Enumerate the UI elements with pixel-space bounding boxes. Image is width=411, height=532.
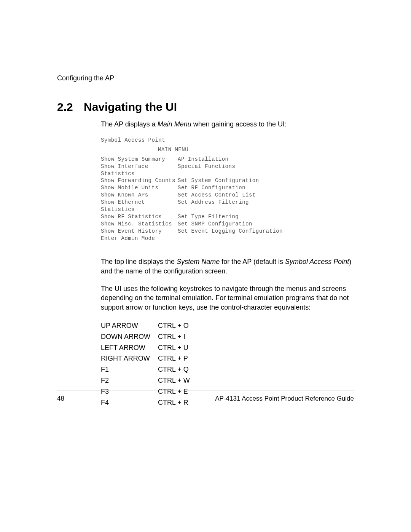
body: The AP displays a Main Menu when gaining… bbox=[101, 120, 354, 408]
key-row: F2CTRL + W bbox=[101, 375, 354, 386]
terminal-cell-left: Show Misc. Statistics bbox=[101, 220, 178, 228]
terminal-row: Show Mobile UnitsSet RF Configuration bbox=[101, 184, 354, 192]
p1d: Symbol Access Point bbox=[285, 258, 349, 265]
key-equiv: CTRL + W bbox=[158, 375, 190, 386]
page-number: 48 bbox=[57, 395, 64, 403]
key-name: F2 bbox=[101, 375, 158, 386]
terminal-system-name: Symbol Access Point bbox=[101, 137, 354, 144]
terminal-cell-right: Set Event Logging Configuration bbox=[178, 228, 283, 235]
terminal-cell-left: Enter Admin Mode bbox=[101, 235, 178, 242]
terminal-cell-left: Show Event History bbox=[101, 228, 178, 235]
terminal-row: Enter Admin Mode bbox=[101, 235, 354, 242]
terminal-cell-left: Show Ethernet Statistics bbox=[101, 199, 178, 213]
intro-main-menu: Main Menu bbox=[158, 120, 191, 128]
key-row: UP ARROWCTRL + O bbox=[101, 320, 354, 331]
p1b: System Name bbox=[177, 258, 220, 265]
key-name: RIGHT ARROW bbox=[101, 353, 158, 364]
intro-paragraph: The AP displays a Main Menu when gaining… bbox=[101, 120, 354, 128]
terminal-cell-right: Set RF Configuration bbox=[178, 184, 245, 192]
key-row: LEFT ARROWCTRL + U bbox=[101, 342, 354, 353]
key-name: DOWN ARROW bbox=[101, 331, 158, 342]
key-row: DOWN ARROWCTRL + I bbox=[101, 331, 354, 342]
footer-rule bbox=[57, 390, 354, 390]
terminal-cell-right: Special Functions bbox=[178, 163, 235, 177]
terminal-cell-left: Show RF Statistics bbox=[101, 213, 178, 220]
section-number: 2.2 bbox=[57, 101, 84, 113]
intro-text-pre: The AP displays a bbox=[101, 120, 158, 128]
key-row: RIGHT ARROWCTRL + P bbox=[101, 353, 354, 364]
section-heading: 2.2 Navigating the UI bbox=[57, 101, 354, 113]
terminal-row: Show Interface StatisticsSpecial Functio… bbox=[101, 163, 354, 177]
key-name: LEFT ARROW bbox=[101, 342, 158, 353]
terminal-rows: Show System SummaryAP InstallationShow I… bbox=[101, 156, 354, 242]
paragraph-keystrokes: The UI uses the following keystrokes to … bbox=[101, 284, 354, 312]
paragraph-system-name: The top line displays the System Name fo… bbox=[101, 257, 354, 276]
terminal-cell-left: Show Known APs bbox=[101, 192, 178, 199]
page: Configuring the AP 2.2 Navigating the UI… bbox=[0, 0, 411, 408]
terminal-row: Show System SummaryAP Installation bbox=[101, 156, 354, 163]
terminal-cell-left: Show Interface Statistics bbox=[101, 163, 178, 177]
p1a: The top line displays the bbox=[101, 258, 177, 265]
terminal-cell-left: Show System Summary bbox=[101, 156, 178, 163]
terminal-cell-right: Set SNMP Configuration bbox=[178, 220, 252, 228]
key-equiv: CTRL + I bbox=[158, 331, 185, 342]
terminal-row: Show Ethernet StatisticsSet Address Filt… bbox=[101, 199, 354, 213]
terminal-row: Show RF StatisticsSet Type Filtering bbox=[101, 213, 354, 220]
running-header: Configuring the AP bbox=[57, 74, 354, 82]
terminal-cell-left: Show Mobile Units bbox=[101, 184, 178, 192]
section-title-text: Navigating the UI bbox=[84, 101, 177, 113]
p1c: for the AP (default is bbox=[220, 258, 285, 265]
terminal-row: Show Misc. StatisticsSet SNMP Configurat… bbox=[101, 220, 354, 228]
terminal-row: Show Forwarding CountsSet System Configu… bbox=[101, 177, 354, 184]
key-name: UP ARROW bbox=[101, 320, 158, 331]
key-equiv: CTRL + P bbox=[158, 353, 188, 364]
terminal-cell-right: Set Access Control List bbox=[178, 192, 256, 199]
footer-doc-title: AP-4131 Access Point Product Reference G… bbox=[215, 395, 354, 403]
intro-text-post: when gaining access to the UI: bbox=[191, 120, 287, 128]
page-footer: 48 AP-4131 Access Point Product Referenc… bbox=[57, 395, 354, 403]
terminal-cell-right: AP Installation bbox=[178, 156, 229, 163]
terminal-cell-right: Set System Configuration bbox=[178, 177, 259, 184]
key-row: F1CTRL + Q bbox=[101, 364, 354, 375]
terminal-row: Show Event HistorySet Event Logging Conf… bbox=[101, 228, 354, 235]
key-equiv: CTRL + O bbox=[158, 320, 189, 331]
key-equiv: CTRL + Q bbox=[158, 364, 189, 375]
key-name: F1 bbox=[101, 364, 158, 375]
terminal-cell-right: Set Address Filtering bbox=[178, 199, 249, 213]
terminal-menu-label: MAIN MENU bbox=[101, 146, 354, 153]
terminal-screen: Symbol Access Point MAIN MENU Show Syste… bbox=[101, 137, 354, 242]
key-equiv: CTRL + U bbox=[158, 342, 188, 353]
terminal-cell-left: Show Forwarding Counts bbox=[101, 177, 178, 184]
terminal-cell-right: Set Type Filtering bbox=[178, 213, 239, 220]
terminal-row: Show Known APsSet Access Control List bbox=[101, 192, 354, 199]
